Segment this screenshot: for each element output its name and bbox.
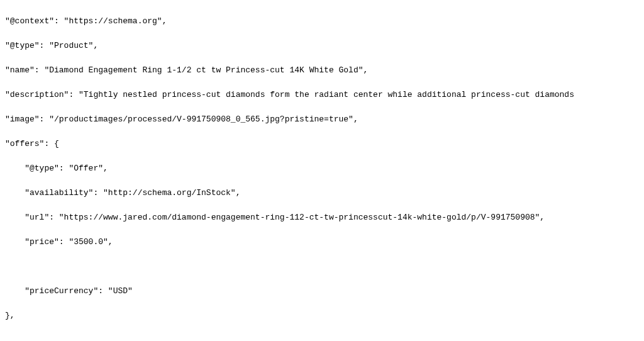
code-line: "name": "Diamond Engagement Ring 1-1/2 c… [5, 64, 639, 77]
code-line: "priceCurrency": "USD" [5, 285, 639, 298]
code-line [5, 334, 639, 342]
code-line: "description": "Tightly nestled princess… [5, 89, 639, 101]
code-line: "@type": "Product", [5, 40, 639, 52]
code-line: "url": "https://www.jared.com/diamond-en… [5, 211, 639, 224]
code-line: "price": "3500.0", [5, 236, 639, 249]
json-code-block: "@context": "https://schema.org", "@type… [5, 3, 639, 341]
code-line: "image": "/productimages/processed/V-991… [5, 113, 639, 126]
code-line: "@context": "https://schema.org", [5, 15, 639, 28]
code-line: }, [5, 310, 639, 322]
code-line: "availability": "http://schema.org/InSto… [5, 187, 639, 199]
code-line [5, 260, 639, 273]
code-line: "@type": "Offer", [5, 162, 639, 175]
code-line: "offers": { [5, 138, 639, 150]
